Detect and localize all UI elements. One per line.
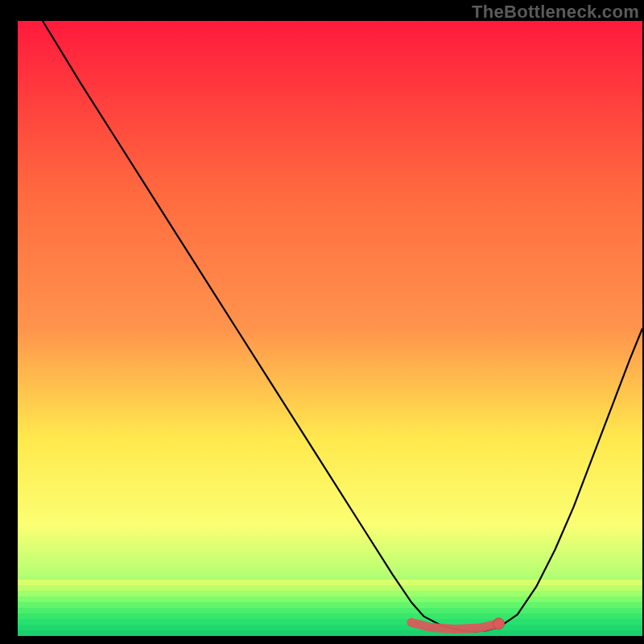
- gradient-stripe: [18, 580, 642, 585]
- gradient-stripe: [18, 597, 642, 602]
- bottleneck-chart: TheBottleneck.com: [0, 0, 644, 644]
- gradient-stripe: [18, 602, 642, 608]
- gradient-stripe: [18, 608, 642, 613]
- gradient-stripe: [18, 630, 642, 636]
- gradient-stripe: [18, 613, 642, 619]
- frame-left: [0, 0, 18, 644]
- gradient-stripe: [18, 625, 642, 630]
- watermark-text: TheBottleneck.com: [472, 2, 639, 23]
- chart-svg: [0, 0, 644, 644]
- gradient-stripe: [18, 619, 642, 625]
- gradient-stripe: [18, 585, 642, 591]
- plot-gradient-bg: [18, 21, 642, 636]
- gradient-stripe: [18, 591, 642, 597]
- optimal-point-dot: [493, 618, 505, 630]
- frame-bottom: [0, 636, 644, 644]
